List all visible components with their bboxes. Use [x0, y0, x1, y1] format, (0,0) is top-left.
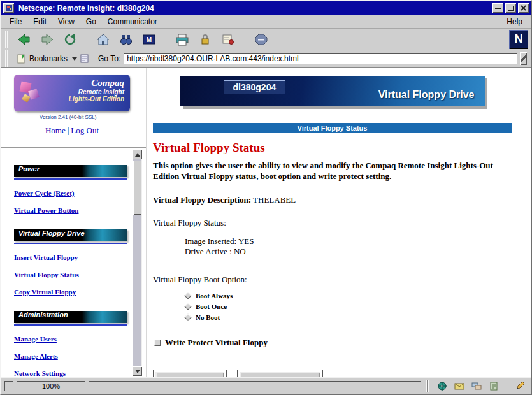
bookmarks-label[interactable]: Bookmarks — [29, 54, 68, 63]
menu-edit[interactable]: Edit — [27, 15, 52, 28]
reload-button[interactable] — [59, 30, 82, 49]
eject-button-frame: Eject Virtual Floppy — [237, 370, 324, 377]
url-drag-handle[interactable] — [520, 52, 527, 65]
search-button[interactable] — [115, 30, 138, 49]
logo-line2: Lights-Out Edition — [69, 96, 124, 103]
back-icon — [17, 32, 32, 47]
reload-icon — [62, 32, 78, 47]
netscape-logo[interactable]: N — [509, 30, 528, 49]
minimize-button[interactable] — [492, 3, 503, 13]
bookmarks-icon[interactable] — [16, 54, 26, 64]
status-details: Image Inserted: YES Drive Active : NO — [185, 236, 512, 257]
radio-row-boot-always: Boot Always — [185, 292, 512, 299]
component-bar-grip[interactable] — [426, 380, 430, 392]
toolbar-grip[interactable] — [5, 31, 9, 48]
sidebar-item-virtual-floppy-status[interactable]: Virtual Floppy Status — [14, 271, 146, 278]
home-link[interactable]: Home — [45, 126, 66, 135]
url-input[interactable] — [124, 53, 517, 64]
progress-indicator: 100% — [17, 381, 85, 391]
mailbox-button[interactable] — [452, 380, 466, 392]
logo-art-icon — [28, 89, 40, 100]
no-boot-radio[interactable] — [184, 314, 191, 321]
shop-button[interactable] — [217, 30, 240, 49]
menu-go[interactable]: Go — [80, 15, 102, 28]
version-label: Version 2.41 (40-bit SSL) — [40, 114, 146, 120]
link-separator: | — [68, 126, 69, 135]
eject-virtual-floppy-button[interactable]: Eject Virtual Floppy — [240, 372, 321, 377]
scroll-up-button[interactable] — [133, 150, 142, 159]
sidebar-item-insert-virtual-floppy[interactable]: Insert Virtual Floppy — [14, 254, 146, 261]
sidebar-item-copy-virtual-floppy[interactable]: Copy Virtual Floppy — [14, 288, 146, 296]
discussions-icon — [471, 382, 482, 391]
maximize-icon — [508, 6, 514, 11]
sidebar-item-manage-alerts[interactable]: Manage Alerts — [14, 352, 146, 360]
location-bar-grip[interactable] — [5, 50, 9, 67]
logo-text: Compaq Remote Insight Lights-Out Edition — [69, 78, 124, 103]
scrollbar-thumb[interactable] — [133, 161, 141, 215]
scroll-down-icon — [135, 370, 140, 373]
menu-view[interactable]: View — [52, 15, 80, 28]
address-book-button[interactable] — [487, 380, 501, 392]
description-value: THELABEL — [253, 195, 296, 205]
sidebar-item-manage-users[interactable]: Manage Users — [14, 335, 146, 343]
submit-changes-button[interactable]: Submit Changes — [155, 372, 224, 377]
menu-help[interactable]: Help — [501, 15, 528, 28]
sidebar-menu-frame: Power Power Cycle (Reset) Virtual Power … — [1, 148, 146, 377]
maximize-button[interactable] — [505, 3, 516, 13]
window-menu-icon[interactable] — [3, 3, 14, 13]
forward-icon — [40, 32, 55, 47]
navigator-button[interactable] — [435, 380, 449, 392]
section-virtual-floppy: Virtual Floppy Drive Insert Virtual Flop… — [14, 229, 146, 296]
app-icon — [6, 5, 12, 11]
menu-bar: File Edit View Go Communicator Help — [1, 15, 531, 29]
status-message-area — [89, 381, 421, 391]
write-protect-checkbox[interactable] — [154, 340, 161, 346]
composer-pencil-icon — [515, 382, 526, 391]
stop-icon — [254, 32, 269, 47]
my-netscape-button[interactable]: M — [138, 30, 161, 49]
scroll-up-icon — [135, 153, 140, 157]
logout-link[interactable]: Log Out — [71, 126, 99, 135]
sidebar-item-virtual-power-button[interactable]: Virtual Power Button — [14, 206, 146, 214]
home-button[interactable] — [92, 30, 115, 49]
security-lock-icon — [198, 32, 213, 47]
menu-file[interactable]: File — [4, 15, 27, 28]
section-administration: Administration Manage Users Manage Alert… — [14, 311, 146, 377]
sidebar-item-power-cycle[interactable]: Power Cycle (Reset) — [14, 189, 146, 197]
boot-once-radio[interactable] — [184, 303, 191, 310]
back-button[interactable] — [13, 30, 36, 49]
forward-button[interactable] — [36, 30, 59, 49]
menu-communicator[interactable]: Communicator — [102, 15, 163, 28]
sidebar-scrollbar[interactable] — [133, 150, 142, 376]
scroll-down-button[interactable] — [133, 366, 142, 376]
form-buttons: Submit Changes Eject Virtual Floppy — [153, 370, 512, 377]
close-button[interactable] — [518, 3, 529, 13]
stop-button[interactable] — [250, 30, 273, 49]
section-header-power: Power — [14, 165, 127, 177]
sidebar-item-network-settings[interactable]: Network Settings — [14, 370, 146, 377]
status-bar: 100% — [1, 377, 531, 394]
discussions-button[interactable] — [470, 380, 484, 392]
title-bar[interactable]: Netscape: Remote Insight: dl380g204 — [1, 1, 531, 15]
mailbox-icon — [454, 382, 464, 391]
home-logout-row: Home|Log Out — [14, 126, 130, 136]
no-boot-label: No Boot — [196, 313, 220, 321]
window-title: Netscape: Remote Insight: dl380g204 — [16, 4, 491, 13]
radio-row-boot-once: Boot Once — [185, 303, 512, 310]
security-indicator[interactable] — [4, 381, 13, 391]
location-proxy-icon[interactable] — [80, 54, 89, 63]
section-header-administration: Administration — [14, 311, 127, 323]
boot-always-radio[interactable] — [184, 292, 191, 299]
print-button[interactable] — [171, 30, 194, 49]
image-inserted-value: Image Inserted: YES — [185, 236, 512, 247]
section-underline — [14, 324, 127, 326]
write-protect-row: Write Protect Virtual Floppy — [154, 338, 512, 348]
svg-text:M: M — [147, 36, 152, 43]
browser-viewport: Compaq Remote Insight Lights-Out Edition… — [1, 68, 531, 377]
goto-label: Go To: — [98, 54, 120, 63]
page-banner: dl380g204 Virtual Floppy Drive — [180, 76, 485, 106]
write-protect-label: Write Protect Virtual Floppy — [165, 338, 268, 348]
security-button[interactable] — [194, 30, 217, 49]
composer-button[interactable] — [514, 380, 528, 392]
bookmarks-dropdown-icon[interactable] — [72, 57, 77, 61]
